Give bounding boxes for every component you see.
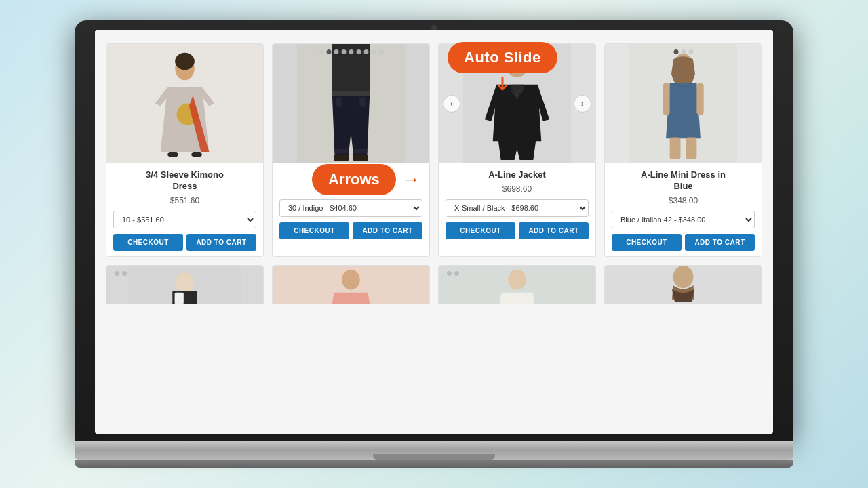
- svg-rect-21: [686, 138, 696, 159]
- product-image-container-1: [106, 44, 263, 163]
- dot-4-3: [688, 49, 693, 54]
- svg-rect-8: [332, 92, 370, 96]
- svg-rect-25: [175, 293, 184, 304]
- partial-image-4: [605, 266, 762, 304]
- product-info-3: A-Line Jacket $698.60 X-Small / Black - …: [439, 163, 595, 245]
- product-info-1: 3/4 Sleeve KimonoDress $551.60 10 - $551…: [106, 163, 263, 256]
- add-to-cart-button-1[interactable]: ADD TO CART: [186, 234, 256, 251]
- product-image-container-4: [605, 44, 762, 163]
- product-card-2: 5 Pocket Jean $404.60 30 / Indigo - $404…: [272, 43, 430, 257]
- product-image-container-2: [273, 44, 429, 163]
- partial-dots-1: [115, 271, 127, 276]
- dot-2-9: [378, 49, 383, 54]
- checkout-button-2[interactable]: CHECKOUT: [279, 222, 349, 239]
- add-to-cart-button-3[interactable]: ADD TO CART: [519, 222, 589, 239]
- partial-dot-3-1: [447, 271, 452, 276]
- product-buttons-4: CHECKOUT ADD TO CART: [612, 234, 755, 251]
- svg-rect-9: [334, 155, 349, 161]
- partial-image-3: [439, 266, 595, 304]
- dot-2-5: [349, 49, 353, 54]
- card-nav-left-3[interactable]: ‹: [443, 95, 460, 113]
- partial-dot-1-1: [115, 271, 119, 276]
- laptop-frame: Auto Slide Arrows →: [75, 20, 793, 468]
- svg-point-4: [167, 152, 178, 157]
- product-select-4[interactable]: Blue / Italian 42 - $348.00 Blue / Itali…: [612, 211, 755, 228]
- auto-slide-label: Auto Slide: [448, 42, 557, 73]
- dot-2-4: [341, 49, 346, 54]
- svg-point-2: [175, 53, 195, 70]
- product-card-partial-3: [438, 265, 596, 304]
- svg-point-27: [342, 270, 360, 290]
- product-card-4: A-Line Mini Dress inBlue $348.00 Blue / …: [604, 43, 762, 257]
- partial-image-2: [273, 266, 429, 304]
- product-price-3: $698.60: [446, 184, 589, 194]
- checkout-button-4[interactable]: CHECKOUT: [612, 234, 682, 251]
- svg-rect-19: [696, 83, 703, 115]
- arrows-label: Arrows: [312, 164, 396, 195]
- svg-point-31: [673, 266, 694, 288]
- laptop-bottom: [75, 460, 793, 468]
- product-select-1[interactable]: 10 - $551.60 12 - $551.60: [113, 211, 256, 228]
- partial-image-1: [106, 266, 263, 304]
- product-card-partial-2: [272, 265, 430, 304]
- product-card-partial-4: [604, 265, 762, 304]
- product-buttons-1: CHECKOUT ADD TO CART: [113, 234, 256, 251]
- auto-slide-badge: Auto Slide: [448, 42, 557, 95]
- dot-2-8: [371, 49, 376, 54]
- svg-point-29: [508, 270, 526, 290]
- add-to-cart-button-2[interactable]: ADD TO CART: [353, 222, 422, 239]
- product-buttons-2: CHECKOUT ADD TO CART: [279, 222, 422, 239]
- product-price-1: $551.60: [113, 196, 256, 205]
- svg-rect-12: [353, 149, 367, 153]
- product-select-3[interactable]: X-Small / Black - $698.60 Small / Black …: [446, 199, 589, 217]
- product-buttons-3: CHECKOUT ADD TO CART: [446, 222, 589, 239]
- svg-rect-11: [335, 149, 349, 153]
- partial-dot-3-2: [454, 271, 459, 276]
- screen-bezel: Auto Slide Arrows →: [75, 20, 793, 441]
- product-name-1: 3/4 Sleeve KimonoDress: [113, 169, 256, 192]
- product-info-4: A-Line Mini Dress inBlue $348.00 Blue / …: [605, 163, 762, 256]
- product-card-1: 3/4 Sleeve KimonoDress $551.60 10 - $551…: [106, 43, 264, 257]
- products-grid-partial: [106, 265, 762, 304]
- dots-row-4: [673, 49, 693, 54]
- dots-row-2: [319, 49, 383, 54]
- products-area: 3/4 Sleeve KimonoDress $551.60 10 - $551…: [95, 30, 773, 311]
- products-grid: 3/4 Sleeve KimonoDress $551.60 10 - $551…: [106, 43, 762, 257]
- partial-dots-3: [447, 271, 459, 276]
- card-nav-right-3[interactable]: ›: [574, 95, 591, 113]
- svg-rect-18: [663, 83, 669, 115]
- screen: Auto Slide Arrows →: [95, 30, 773, 434]
- svg-point-5: [191, 152, 202, 157]
- product-card-partial-1: [106, 265, 264, 304]
- product-price-4: $348.00: [612, 196, 755, 205]
- dot-2-2: [326, 49, 331, 54]
- screen-content: Auto Slide Arrows →: [95, 30, 773, 434]
- laptop-base: [75, 441, 793, 460]
- dot-4-2: [681, 49, 686, 54]
- dot-2-6: [356, 49, 361, 54]
- dot-2-7: [363, 49, 368, 54]
- product-name-4: A-Line Mini Dress inBlue: [612, 169, 755, 192]
- dot-2-3: [334, 49, 338, 54]
- svg-rect-10: [353, 155, 368, 161]
- svg-point-23: [176, 272, 194, 293]
- checkout-button-3[interactable]: CHECKOUT: [446, 222, 515, 239]
- dot-4-1: [673, 49, 678, 54]
- checkout-button-1[interactable]: CHECKOUT: [113, 234, 183, 251]
- partial-dot-1-2: [122, 271, 127, 276]
- auto-slide-arrow-icon: [448, 76, 557, 95]
- product-name-3: A-Line Jacket: [446, 169, 589, 181]
- svg-rect-20: [670, 138, 681, 159]
- arrows-badge-container: Arrows →: [312, 164, 420, 195]
- add-to-cart-button-4[interactable]: ADD TO CART: [685, 234, 755, 251]
- product-select-2[interactable]: 30 / Indigo - $404.60 32 / Indigo - $404…: [279, 199, 422, 217]
- dot-2-1: [319, 49, 323, 54]
- arrows-right-icon: →: [401, 169, 420, 190]
